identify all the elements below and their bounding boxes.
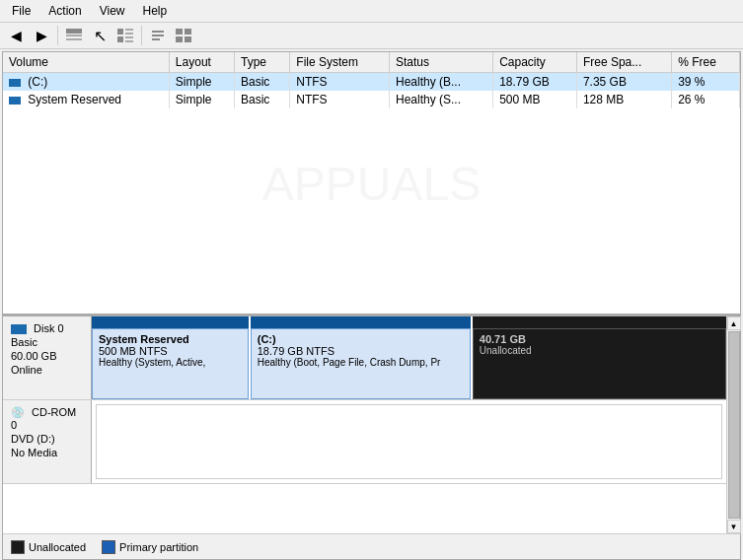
menu-help[interactable]: Help [135, 2, 176, 20]
cdrom0-type: DVD (D:) [11, 433, 83, 445]
svg-rect-8 [125, 40, 133, 42]
cell-capacity: 500 MB [493, 91, 577, 108]
disk0-type: Basic [11, 336, 83, 348]
disk0-status: Online [11, 364, 83, 376]
disk0-size: 60.00 GB [11, 350, 83, 362]
svg-rect-0 [66, 29, 82, 34]
cdrom0-visual [92, 400, 726, 483]
legend-item-primary: Primary partition [102, 540, 198, 554]
col-status: Status [389, 52, 492, 73]
disk-panel-container: Disk 0 Basic 60.00 GB Online System Rese… [3, 316, 740, 533]
svg-rect-7 [125, 36, 133, 38]
seg-body-c: (C:) 18.79 GB NTFS Healthy (Boot, Page F… [251, 328, 471, 399]
forward-button[interactable]: ▶ [30, 25, 53, 46]
cell-capacity: 18.79 GB [493, 73, 577, 92]
cdrom0-label: 💿 CD-ROM 0 DVD (D:) No Media [3, 400, 92, 483]
col-capacity: Capacity [493, 52, 577, 73]
view-detail-button[interactable] [113, 25, 137, 46]
seg-health: Healthy (System, Active, [99, 357, 242, 368]
seg-size: 18.79 GB NTFS [258, 345, 464, 357]
disk-panel[interactable]: Disk 0 Basic 60.00 GB Online System Rese… [3, 316, 726, 533]
cell-type: Basic [234, 73, 289, 92]
svg-rect-6 [117, 36, 123, 42]
table-row[interactable]: (C:) Simple Basic NTFS Healthy (B... 18.… [3, 73, 740, 92]
legend-label-unalloc: Unallocated [29, 541, 86, 553]
view-list-button[interactable] [62, 25, 86, 46]
cell-filesystem: NTFS [290, 73, 390, 92]
disk0-title: Disk 0 [34, 322, 64, 334]
col-type: Type [234, 52, 289, 73]
seg-header-blue-2 [251, 316, 471, 328]
col-layout: Layout [169, 52, 234, 73]
svg-rect-14 [176, 36, 183, 42]
disk0-icon [11, 324, 27, 334]
menu-file[interactable]: File [4, 2, 38, 20]
cdrom0-status: No Media [11, 447, 83, 458]
disk0-visual: System Reserved 500 MB NTFS Healthy (Sys… [92, 316, 726, 399]
disk-segment-unalloc[interactable]: 40.71 GB Unallocated [473, 316, 726, 399]
seg-health: Unallocated [480, 345, 719, 356]
seg-header-black [473, 316, 726, 328]
col-filesystem: File System [290, 52, 390, 73]
cell-layout: Simple [169, 73, 234, 92]
disk-segment-c[interactable]: (C:) 18.79 GB NTFS Healthy (Boot, Page F… [251, 316, 473, 399]
menu-bar: File Action View Help [0, 0, 743, 23]
seg-body-sysreserved: System Reserved 500 MB NTFS Healthy (Sys… [92, 328, 249, 399]
svg-rect-12 [176, 29, 183, 35]
disk-row-disk0: Disk 0 Basic 60.00 GB Online System Rese… [3, 316, 726, 400]
cdrom0-icon: 💿 [11, 406, 25, 418]
view3-button[interactable] [172, 25, 195, 46]
menu-action[interactable]: Action [40, 2, 89, 20]
cell-free: 7.35 GB [576, 73, 671, 92]
scroll-thumb[interactable] [728, 331, 740, 519]
cell-pctfree: 26 % [672, 91, 740, 108]
list-panel[interactable]: APPUALS Volume Layout Type File System S… [3, 52, 740, 316]
cursor-button[interactable]: ↖ [88, 25, 111, 46]
col-pctfree: % Free [672, 52, 740, 73]
menu-view[interactable]: View [92, 2, 133, 20]
main-content: APPUALS Volume Layout Type File System S… [2, 51, 741, 560]
toolbar: ◀ ▶ ↖ [0, 23, 743, 49]
cell-status: Healthy (S... [389, 91, 492, 108]
seg-name: 40.71 GB [480, 333, 719, 345]
svg-rect-15 [185, 36, 191, 42]
cd-empty [96, 404, 722, 479]
toolbar-separator-1 [57, 26, 58, 45]
col-volume: Volume [3, 52, 169, 73]
cell-volume: (C:) [3, 73, 169, 92]
svg-rect-2 [66, 38, 82, 40]
disk0-label: Disk 0 Basic 60.00 GB Online [3, 316, 92, 399]
svg-rect-3 [117, 29, 123, 35]
scroll-down-arrow[interactable]: ▼ [727, 520, 741, 533]
volume-icon [9, 97, 21, 105]
disk-panel-scrollbar[interactable]: ▲ ▼ [726, 316, 740, 533]
svg-rect-4 [125, 29, 133, 31]
seg-name: System Reserved [99, 333, 242, 345]
cell-pctfree: 39 % [672, 73, 740, 92]
disk0-icon-row: Disk 0 [11, 322, 83, 334]
cell-free: 128 MB [576, 91, 671, 108]
seg-body-unalloc: 40.71 GB Unallocated [473, 328, 726, 399]
svg-rect-10 [152, 35, 164, 36]
scroll-up-arrow[interactable]: ▲ [727, 316, 741, 330]
cell-filesystem: NTFS [290, 91, 390, 108]
disk-row-cdrom0: 💿 CD-ROM 0 DVD (D:) No Media [3, 400, 726, 484]
seg-header-blue-1 [92, 316, 249, 328]
cell-type: Basic [234, 91, 289, 108]
svg-rect-9 [152, 31, 164, 33]
svg-rect-11 [152, 38, 160, 40]
disk-segment-sysreserved[interactable]: System Reserved 500 MB NTFS Healthy (Sys… [92, 316, 251, 399]
legend-box-primary [102, 540, 115, 554]
seg-health: Healthy (Boot, Page File, Crash Dump, Pr [258, 357, 464, 368]
cdrom0-icon-row: 💿 CD-ROM 0 [11, 406, 83, 431]
back-button[interactable]: ◀ [4, 25, 28, 46]
action2-button[interactable] [146, 25, 170, 46]
watermark: APPUALS [262, 156, 481, 210]
table-row[interactable]: System Reserved Simple Basic NTFS Health… [3, 91, 740, 108]
legend-bar: Unallocated Primary partition [3, 533, 740, 559]
legend-box-unalloc [11, 540, 25, 554]
cell-volume: System Reserved [3, 91, 169, 108]
seg-name: (C:) [258, 333, 464, 345]
cell-layout: Simple [169, 91, 234, 108]
seg-size: 500 MB NTFS [99, 345, 242, 357]
